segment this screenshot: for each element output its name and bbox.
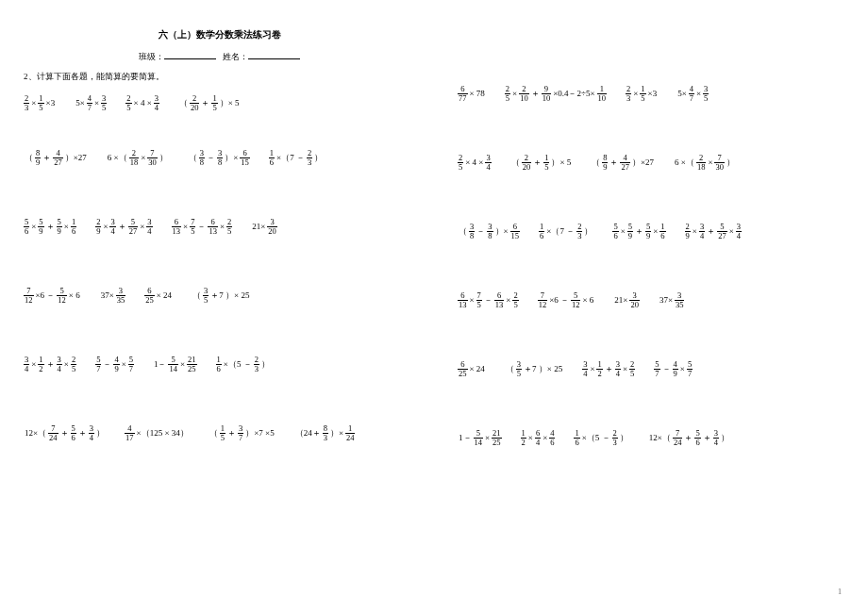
right-page: 677 × 7825×210＋910×0.4－2÷5×11023×15×35×4… xyxy=(434,0,868,613)
problem-row: 12×（724＋56＋34）417×（125 × 34）（15＋37）×7 ×5… xyxy=(24,424,415,441)
fraction: 59 xyxy=(57,218,62,235)
fraction: 75 xyxy=(476,291,482,308)
fraction: 124 xyxy=(345,424,356,441)
fraction: 12 xyxy=(521,429,526,446)
fraction: 35 xyxy=(203,287,209,304)
fraction: 16 xyxy=(574,429,579,446)
math-expression: （15＋37）×7 ×5 xyxy=(209,424,275,441)
fraction: 417 xyxy=(125,424,135,441)
fraction: 34 xyxy=(699,223,705,240)
fraction: 613 xyxy=(458,291,468,308)
problem-row: （89＋427）×276 ×（218×730）（38－38）× 61516×（7… xyxy=(24,149,415,166)
math-expression: 613×75－613× 25 xyxy=(172,218,233,235)
fraction: 25 xyxy=(458,154,463,171)
math-expression: 1－ 514× 2125 xyxy=(458,429,502,446)
left-content: 23×15×35×47×3525× 4 × 34（220＋15）× 5（89＋4… xyxy=(24,94,415,441)
fraction: 2125 xyxy=(492,429,502,446)
math-expression: 12×64× 46 xyxy=(521,429,556,446)
fraction: 512 xyxy=(57,287,67,304)
fraction: 16 xyxy=(269,149,275,166)
fraction: 34 xyxy=(154,94,159,111)
math-expression: （38－38）× 615 xyxy=(188,149,250,166)
math-expression: 5×47×35 xyxy=(676,85,709,102)
math-expression: 57－ 49× 57 xyxy=(95,356,134,373)
math-expression: （35＋7 ）× 25 xyxy=(192,287,250,304)
fraction: 16 xyxy=(71,218,76,235)
math-expression: （35＋7 ）× 25 xyxy=(505,360,563,377)
fraction: 218 xyxy=(129,149,140,166)
right-content: 677 × 7825×210＋910×0.4－2÷5×11023×15×35×4… xyxy=(458,85,849,446)
fraction: 34 xyxy=(24,356,29,373)
math-expression: （89＋427）×27 xyxy=(24,149,88,166)
fraction: 89 xyxy=(602,154,608,171)
fraction: 34 xyxy=(582,360,588,377)
fraction: 35 xyxy=(101,94,107,111)
fraction: 724 xyxy=(48,424,58,441)
math-expression: 34×12＋34× 25 xyxy=(582,360,635,377)
fraction: 25 xyxy=(512,291,518,308)
fraction: 47 xyxy=(689,85,694,102)
math-expression: 677 × 78 xyxy=(458,85,486,102)
fraction: 89 xyxy=(35,149,41,166)
math-expression: （89＋427）×27 xyxy=(591,154,655,171)
fraction: 25 xyxy=(71,356,76,373)
fraction: 730 xyxy=(147,149,158,166)
fraction: 56 xyxy=(612,223,618,240)
math-expression: （220＋15）× 5 xyxy=(510,154,573,171)
math-expression: 25× 4 × 34 xyxy=(458,154,492,171)
math-expression: 6 ×（218×730） xyxy=(107,149,169,166)
fraction: 56 xyxy=(71,424,76,441)
fraction: 34 xyxy=(109,218,115,235)
math-expression: 21× 320 xyxy=(613,291,640,308)
math-expression: 12×（724＋56＋34） xyxy=(648,429,730,446)
fraction: 56 xyxy=(694,429,700,446)
math-expression: 625 × 24 xyxy=(144,287,173,304)
fraction: 38 xyxy=(469,223,475,240)
fraction: 15 xyxy=(220,424,225,441)
fraction: 23 xyxy=(612,429,618,446)
math-expression: 16×（7 － 23） xyxy=(269,149,324,166)
fraction: 625 xyxy=(458,360,468,377)
fraction: 514 xyxy=(168,356,178,373)
problem-row: 1－ 514× 212512×64× 4616×（5 － 23）12×（724＋… xyxy=(458,429,849,446)
fraction: 677 xyxy=(458,85,468,102)
name-blank xyxy=(248,49,300,59)
fraction: 29 xyxy=(685,223,691,240)
fraction: 25 xyxy=(226,218,232,235)
math-expression: 25×210＋910×0.4－2÷5×110 xyxy=(505,85,607,102)
math-expression: 6 ×（218×730） xyxy=(674,154,736,171)
fraction: 730 xyxy=(714,154,725,171)
fraction: 615 xyxy=(510,223,521,240)
math-expression: 712×6 － 512× 6 xyxy=(538,291,595,308)
math-expression: 34×12＋34× 25 xyxy=(24,356,76,373)
math-expression: 613×75－613× 25 xyxy=(458,291,519,308)
fraction: 12 xyxy=(38,356,43,373)
fraction: 38 xyxy=(217,149,223,166)
fraction: 613 xyxy=(172,218,182,235)
math-expression: 16×（7 － 23） xyxy=(539,223,593,240)
fraction: 527 xyxy=(717,223,727,240)
fraction: 59 xyxy=(38,218,43,235)
fraction: 38 xyxy=(487,223,492,240)
fraction: 613 xyxy=(494,291,505,308)
fraction: 75 xyxy=(190,218,195,235)
problem-row: 677 × 7825×210＋910×0.4－2÷5×11023×15×35×4… xyxy=(458,85,849,102)
class-label: 班级： xyxy=(139,52,164,61)
problem-row: 56×59＋59× 1629×34＋527× 34613×75－613× 252… xyxy=(24,218,415,235)
fraction: 320 xyxy=(629,291,640,308)
math-expression: （24＋83）× 124 xyxy=(294,424,356,441)
fraction: 47 xyxy=(87,94,92,111)
fraction: 320 xyxy=(267,218,277,235)
fraction: 23 xyxy=(576,223,582,240)
fraction: 25 xyxy=(629,360,635,377)
fraction: 712 xyxy=(538,291,548,308)
fraction: 712 xyxy=(24,287,34,304)
math-expression: 57－ 49× 57 xyxy=(654,360,693,377)
math-expression: 5×47×35 xyxy=(75,94,107,111)
class-blank xyxy=(164,49,216,59)
fraction: 38 xyxy=(199,149,205,166)
math-expression: 12×（724＋56＋34） xyxy=(24,424,106,441)
math-expression: 625 × 24 xyxy=(458,360,486,377)
fraction: 218 xyxy=(696,154,707,171)
fraction: 15 xyxy=(38,94,43,111)
